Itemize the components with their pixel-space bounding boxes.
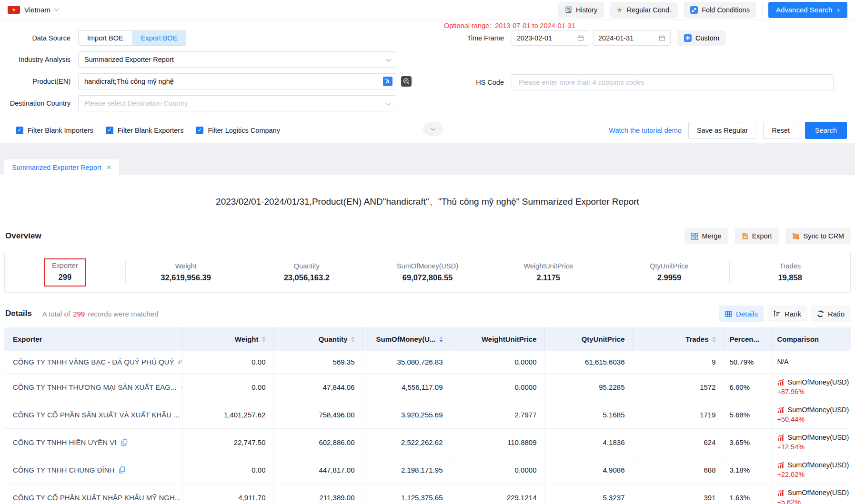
checkbox-checked-icon: ✓ [16, 127, 23, 134]
comparison-change: +87.96% [777, 388, 851, 395]
table-header: Exporter Weight Quantity SumOfMoney(U...… [4, 327, 851, 351]
trades-cell: 1572 [633, 373, 724, 401]
reset-button[interactable]: Reset [763, 122, 798, 139]
stat-quantity: Quantity 23,056,163.2 [246, 262, 367, 282]
percent-cell: 3.65% [724, 428, 771, 456]
col-sum-of-money[interactable]: SumOfMoney(U... [362, 327, 451, 351]
trend-chart-icon [777, 434, 785, 441]
sort-icons[interactable] [351, 336, 355, 342]
end-date-value: 2024-01-31 [598, 34, 634, 42]
stat-value: 2.1175 [536, 273, 560, 282]
comparison-cell: SumOfMoney(USD) +5.62% [771, 484, 851, 504]
end-date-input[interactable]: 2024-01-31 [593, 30, 671, 46]
merge-label: Merge [702, 232, 722, 240]
copy-icon[interactable] [121, 439, 128, 446]
filter-blank-exporters-checkbox[interactable]: ✓ Filter Blank Exporters [106, 127, 184, 134]
product-en-input[interactable] [84, 78, 390, 85]
merge-button[interactable]: Merge [684, 228, 728, 244]
regular-cond-button[interactable]: ★ Regular Cond. [610, 2, 678, 18]
qty-unit-price-cell: 4.9086 [544, 456, 633, 484]
search-button[interactable]: Search [805, 122, 847, 139]
filter-blank-exporters-label: Filter Blank Exporters [118, 127, 184, 134]
tab-summarized-exporter-report[interactable]: Summarized Exporter Report × [4, 159, 119, 175]
percent-cell: 5.68% [724, 401, 771, 428]
form-actions: Watch the tutorial demo Save as Regular … [609, 122, 855, 139]
comparison-cell: SumOfMoney(USD) +50.44% [771, 401, 851, 428]
destination-country-placeholder: Please select Destination Country [84, 99, 188, 107]
save-as-regular-button[interactable]: Save as Regular [688, 122, 756, 139]
data-source-segmented: Import BOE Export BOE [78, 30, 186, 46]
industry-analysis-select[interactable]: Summarized Exporter Report [78, 51, 396, 68]
filter-logitics-company-checkbox[interactable]: ✓ Filter Logitics Company [196, 127, 280, 134]
stat-label: Exporter [52, 262, 78, 269]
sort-icons[interactable] [262, 336, 266, 342]
percent-cell: 6.60% [724, 373, 771, 401]
hs-code-input-wrap [512, 74, 834, 90]
copy-icon[interactable] [178, 358, 182, 366]
close-icon[interactable]: × [107, 163, 111, 171]
custom-range-button[interactable]: Custom [677, 30, 726, 46]
table-row: CÔNG TY TNHH CHUNG ĐỈNH 0.00 447,817.00 … [4, 456, 851, 484]
merge-icon [691, 233, 698, 240]
stat-weight: Weight 32,619,956.39 [126, 262, 246, 282]
calendar-icon [577, 35, 584, 41]
ratio-icon [817, 310, 824, 317]
history-label: History [576, 6, 597, 14]
sort-icons[interactable] [712, 336, 716, 342]
filter-blank-importers-label: Filter Blank Importers [28, 127, 93, 134]
col-comparison: Comparison [771, 327, 851, 351]
percent-cell: 1.63% [724, 484, 771, 504]
comparison-change: +5.62% [777, 498, 851, 504]
hs-code-input[interactable] [518, 78, 827, 87]
tutorial-demo-link[interactable]: Watch the tutorial demo [609, 127, 682, 134]
sort-icons-active-desc[interactable] [439, 336, 443, 342]
col-weight[interactable]: Weight [182, 327, 273, 351]
report-content: 2023/02/01-2024/01/31,Product(EN) AND"ha… [0, 196, 855, 504]
topbar: ★ Vietnam History ★ Regular Cond. Fold C… [0, 0, 855, 20]
exporter-name[interactable]: CÔNG TY CỔ PHẦN SẢN XUẤT VÀ XUẤT KHẨU ..… [13, 411, 180, 419]
exporter-name[interactable]: CÔNG TY TNHH CHUNG ĐỈNH [13, 466, 114, 474]
weight-cell: 22,747.50 [182, 428, 273, 456]
view-rank-button[interactable]: Rank [767, 306, 807, 322]
col-quantity[interactable]: Quantity [273, 327, 362, 351]
fold-conditions-button[interactable]: Fold Conditions [684, 2, 756, 18]
stat-value: 32,619,956.39 [161, 273, 211, 282]
filter-blank-importers-checkbox[interactable]: ✓ Filter Blank Importers [16, 127, 93, 134]
quantity-cell: 602,886.00 [273, 428, 362, 456]
col-trades[interactable]: Trades [633, 327, 724, 351]
start-date-input[interactable]: 2023-02-01 [512, 30, 589, 46]
exporter-name[interactable]: CÔNG TY TNHH VÀNG BẠC - ĐÁ QUÝ PHÚ QUÝ [13, 358, 174, 366]
fold-conditions-icon [690, 6, 698, 14]
overview-actions: Merge Export Sync to CRM [684, 228, 851, 244]
sync-to-crm-button[interactable]: Sync to CRM [785, 228, 851, 244]
weight-cell: 4,911.70 [182, 484, 273, 504]
copy-icon[interactable] [181, 384, 182, 391]
copy-icon[interactable] [119, 466, 125, 474]
destination-country-select[interactable]: Please select Destination Country [78, 95, 396, 111]
stat-exporter: Exporter 299 [5, 258, 125, 287]
details-heading: Details [5, 309, 32, 318]
exporter-name[interactable]: CÔNG TY TNHH THƯƠNG MẠI SẢN XUẤT EAG... [13, 383, 177, 391]
advanced-search-button[interactable]: Advanced Search › [768, 2, 847, 18]
country-selector[interactable]: ★ Vietnam [8, 6, 58, 14]
start-date-value: 2023-02-01 [517, 34, 552, 42]
star-icon: ★ [616, 6, 623, 13]
rank-icon [774, 310, 781, 317]
stat-sum-of-money: SumOfMoney(USD) 69,072,806.55 [367, 262, 488, 282]
checkbox-checked-icon: ✓ [196, 127, 203, 134]
comparison-cell: SumOfMoney(USD) +22.02% [771, 456, 851, 484]
exclude-keywords-icon[interactable] [401, 76, 412, 87]
destination-country-row: Destination Country Please select Destin… [0, 95, 855, 111]
exporter-name[interactable]: CÔNG TY TNHH HIỀN UYÊN VI [13, 438, 117, 446]
overview-stats-card: Exporter 299 Weight 32,619,956.39 Quanti… [4, 252, 851, 293]
export-boe-option[interactable]: Export BOE [132, 31, 186, 45]
view-ratio-button[interactable]: Ratio [811, 306, 851, 322]
view-details-button[interactable]: Details [719, 306, 764, 322]
export-button[interactable]: Export [735, 228, 779, 244]
collapse-conditions-button[interactable] [423, 122, 443, 136]
translate-icon[interactable]: A [383, 77, 392, 86]
import-boe-option[interactable]: Import BOE [79, 31, 132, 45]
stat-label: Quantity [294, 262, 320, 270]
exporter-name[interactable]: CÔNG TY CỔ PHẦN XUẤT NHẬP KHẨU MỸ NGH... [13, 494, 181, 502]
history-button[interactable]: History [558, 2, 604, 18]
